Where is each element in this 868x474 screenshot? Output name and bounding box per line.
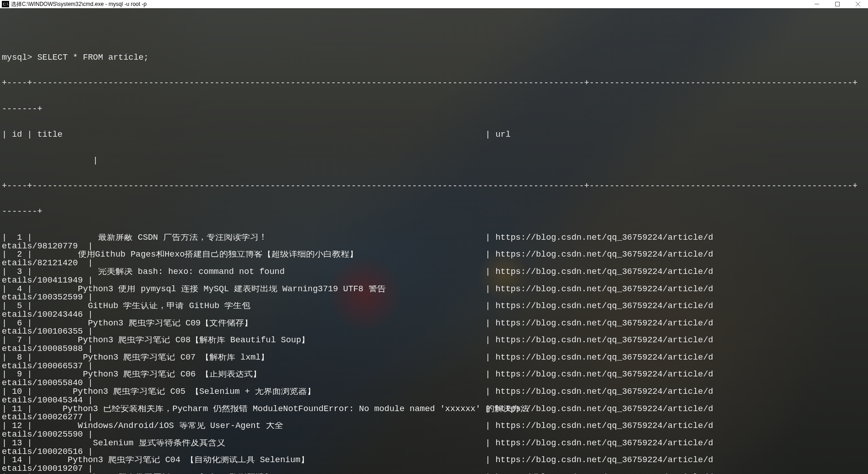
table-divider-top: +----+----------------------------------… [2,79,866,88]
table-divider-mid-wrap: -------+ [2,208,866,216]
table-row: | 8 | Python3 爬虫学习笔记 C07 【解析库 lxml】| htt… [2,354,866,362]
minimize-button[interactable] [806,0,827,8]
row-id-title: | 13 | Selenium 显式等待条件及其含义 [2,439,225,448]
table-row: | 7 | Python3 爬虫学习笔记 C08【解析库 Beautiful S… [2,336,866,345]
row-url: | https://blog.csdn.net/qq_36759224/arti… [485,251,713,259]
table-row-wrap: etails/82121420 | [2,259,866,268]
table-row: | 6 | Python3 爬虫学习笔记 C09【文件储存】| https://… [2,319,866,328]
window-title: 选择C:\WINDOWS\system32\cmd.exe - mysql -u… [11,0,868,8]
row-id-title: | 3 | 完美解决 bash: hexo: command not found [2,268,285,277]
row-id-title: | 2 | 使用Github Pages和Hexo搭建自己的独立博客【超级详细的… [2,251,358,259]
table-row: | 13 | Selenium 显式等待条件及其含义| https://blog… [2,439,866,448]
table-row-wrap: etails/100411949 | [2,277,866,285]
row-id-title: | 14 | Python3 爬虫学习笔记 C04 【自动化测试工具 Selen… [2,456,309,465]
table-row: | 5 | GitHub 学生认证，申请 GitHub 学生包| https:/… [2,302,866,311]
table-row-wrap: etails/100066537 | [2,362,866,371]
table-row: | 10 | Python3 爬虫学习笔记 C05 【Selenium + 无界… [2,388,866,397]
row-url: | https://blog.csdn.net/qq_36759224/arti… [485,456,713,465]
table-row: | 1 | 最新屏蔽 CSDN 广告方法，专注阅读学习！| https://bl… [2,234,866,242]
table-row-wrap: etails/100085988 | [2,345,866,354]
row-id-title: | 1 | 最新屏蔽 CSDN 广告方法，专注阅读学习！ [2,234,267,242]
table-row-wrap: etails/100352599 | [2,294,866,302]
table-row: | 4 | Python3 使用 pymysql 连接 MySQL 建表时出现 … [2,285,866,294]
table-row: | 11 | Python3 已经安装相关库，Pycharm 仍然报错 Modu… [2,405,866,414]
table-header-wrap: | [2,157,866,165]
table-row-wrap: etails/100055840 | [2,379,866,388]
table-header: | id | title | url [2,131,866,139]
row-id-title: | 11 | Python3 已经安装相关库，Pycharm 仍然报错 Modu… [2,405,534,414]
table-row-wrap: etails/100243446 | [2,311,866,319]
table-row: | 3 | 完美解决 bash: hexo: command not found… [2,268,866,277]
table-row-wrap: etails/100045344 | [2,397,866,405]
terminal-blank [2,28,866,37]
table-row: | 12 | Windows/Android/iOS 等常见 User-Agen… [2,422,866,431]
row-url: | https://blog.csdn.net/qq_36759224/arti… [485,422,713,431]
row-url: | https://blog.csdn.net/qq_36759224/arti… [485,268,713,277]
row-url: | https://blog.csdn.net/qq_36759224/arti… [485,405,713,414]
row-id-title: | 6 | Python3 爬虫学习笔记 C09【文件储存】 [2,319,253,328]
table-row: | 14 | Python3 爬虫学习笔记 C04 【自动化测试工具 Selen… [2,456,866,465]
row-url: | https://blog.csdn.net/qq_36759224/arti… [485,319,713,328]
terminal-prompt: mysql> SELECT * FROM article; [2,54,866,62]
cmd-icon: C:\ [2,1,9,7]
table-divider-mid: +----+----------------------------------… [2,182,866,191]
table-row-wrap: etails/100020516 | [2,448,866,457]
window-titlebar[interactable]: C:\ 选择C:\WINDOWS\system32\cmd.exe - mysq… [0,0,868,8]
row-url: | https://blog.csdn.net/qq_36759224/arti… [485,388,713,397]
row-url: | https://blog.csdn.net/qq_36759224/arti… [485,336,713,345]
row-id-title: | 4 | Python3 使用 pymysql 连接 MySQL 建表时出现 … [2,285,386,294]
row-id-title: | 5 | GitHub 学生认证，申请 GitHub 学生包 [2,302,250,311]
table-row-wrap: etails/100025590 | [2,431,866,439]
row-id-title: | 12 | Windows/Android/iOS 等常见 User-Agen… [2,422,283,431]
maximize-button[interactable] [827,0,847,8]
table-row-wrap: etails/100026277 | [2,413,866,422]
table-row-wrap: etails/100106355 | [2,328,866,336]
table-header-url: | url [485,131,511,139]
row-url: | https://blog.csdn.net/qq_36759224/arti… [485,234,713,242]
row-id-title: | 8 | Python3 爬虫学习笔记 C07 【解析库 lxml】 [2,354,269,362]
window-buttons [806,0,868,8]
terminal-output[interactable]: mysql> SELECT * FROM article; +----+----… [0,8,868,474]
row-id-title: | 10 | Python3 爬虫学习笔记 C05 【Selenium + 无界… [2,388,316,397]
row-url: | https://blog.csdn.net/qq_36759224/arti… [485,285,713,294]
table-row: | 9 | Python3 爬虫学习笔记 C06 【正则表达式】| https:… [2,371,866,379]
row-id-title: | 7 | Python3 爬虫学习笔记 C08【解析库 Beautiful S… [2,336,310,345]
row-url: | https://blog.csdn.net/qq_36759224/arti… [485,371,713,379]
table-row-wrap: etails/100019207 | [2,465,866,474]
table-row: | 2 | 使用Github Pages和Hexo搭建自己的独立博客【超级详细的… [2,251,866,259]
close-button[interactable] [847,0,868,8]
row-url: | https://blog.csdn.net/qq_36759224/arti… [485,302,713,311]
row-id-title: | 9 | Python3 爬虫学习笔记 C06 【正则表达式】 [2,371,261,379]
row-url: | https://blog.csdn.net/qq_36759224/arti… [485,354,713,362]
table-row-wrap: etails/98120779 | [2,242,866,251]
table-divider-top-wrap: -------+ [2,105,866,114]
svg-rect-1 [835,2,839,6]
row-url: | https://blog.csdn.net/qq_36759224/arti… [485,439,713,448]
